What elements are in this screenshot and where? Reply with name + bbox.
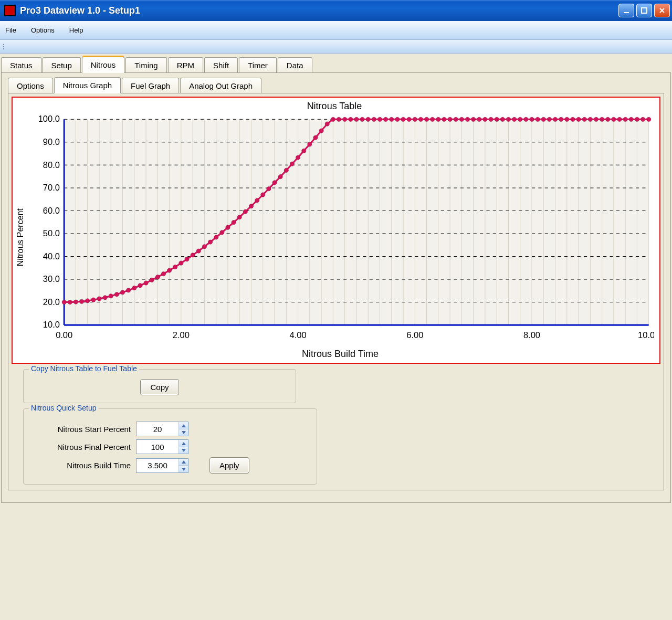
tab-timer[interactable]: Timer	[239, 57, 277, 73]
spinner-down-icon[interactable]	[179, 429, 188, 436]
svg-point-98	[155, 275, 160, 279]
main-tab-bar: Status Setup Nitrous Timing RPM Shift Ti…	[0, 54, 672, 73]
svg-point-101	[173, 265, 177, 269]
subtab-fuel-graph[interactable]: Fuel Graph	[122, 78, 179, 93]
copy-button[interactable]: Copy	[140, 379, 178, 395]
tab-setup[interactable]: Setup	[43, 57, 81, 73]
spinner-down-icon[interactable]	[179, 466, 188, 472]
svg-text:8.00: 8.00	[523, 330, 540, 340]
menu-options[interactable]: Options	[31, 26, 55, 34]
svg-point-165	[547, 117, 551, 121]
svg-point-133	[360, 117, 364, 121]
svg-point-158	[506, 117, 510, 121]
svg-point-146	[436, 117, 440, 121]
tab-rpm[interactable]: RPM	[168, 57, 203, 73]
svg-point-99	[161, 271, 165, 276]
build-time-label: Nitrous Build Time	[31, 461, 131, 470]
svg-text:10.0: 10.0	[43, 320, 60, 329]
copy-group-legend: Copy Nitrous Table to Fuel Table	[29, 364, 139, 373]
main-tab-panel: Options Nitrous Graph Fuel Graph Analog …	[1, 72, 671, 503]
subtab-options[interactable]: Options	[8, 78, 53, 93]
svg-point-87	[91, 298, 96, 302]
svg-point-137	[383, 117, 387, 121]
svg-point-136	[377, 117, 382, 121]
subtab-nitrous-graph[interactable]: Nitrous Graph	[54, 77, 121, 93]
svg-point-172	[588, 117, 592, 121]
menu-help[interactable]: Help	[69, 26, 83, 34]
toolbar-grip-icon	[3, 44, 4, 49]
svg-point-164	[541, 117, 545, 121]
final-percent-label: Nitrous Final Percent	[31, 443, 131, 451]
svg-point-154	[483, 117, 487, 121]
subtab-analog-out-graph[interactable]: Analog Out Graph	[180, 78, 261, 93]
chart-plot[interactable]: 100.090.080.070.060.050.040.030.020.010.…	[26, 114, 654, 346]
spinner-up-icon[interactable]	[179, 459, 188, 466]
svg-point-121	[290, 162, 294, 166]
svg-text:50.0: 50.0	[43, 228, 60, 238]
svg-text:60.0: 60.0	[43, 206, 60, 215]
svg-point-102	[179, 261, 183, 265]
svg-point-127	[325, 122, 329, 126]
svg-text:0.00: 0.00	[56, 330, 72, 340]
svg-point-93	[127, 288, 131, 292]
tab-timing[interactable]: Timing	[125, 57, 166, 73]
window-title: Pro3 Dataview 1.0 - Setup1	[20, 5, 618, 16]
app-icon	[4, 5, 16, 16]
final-percent-input[interactable]	[136, 440, 178, 454]
svg-point-103	[185, 257, 189, 261]
svg-text:4.00: 4.00	[290, 330, 307, 340]
svg-point-167	[559, 117, 563, 121]
tab-nitrous[interactable]: Nitrous	[82, 57, 125, 73]
menu-bar: File Options Help	[0, 21, 672, 40]
svg-point-149	[454, 117, 458, 121]
svg-point-141	[407, 117, 411, 121]
svg-point-176	[612, 117, 616, 121]
svg-point-162	[530, 117, 534, 121]
svg-point-108	[214, 235, 218, 239]
final-percent-spinner[interactable]	[136, 439, 188, 454]
svg-point-117	[267, 187, 271, 191]
svg-point-145	[430, 117, 435, 121]
tab-data[interactable]: Data	[278, 57, 312, 73]
svg-point-155	[489, 117, 493, 121]
spinner-down-icon[interactable]	[179, 447, 188, 454]
svg-point-96	[144, 281, 148, 285]
svg-point-138	[390, 117, 394, 121]
apply-button[interactable]: Apply	[209, 457, 249, 474]
window-controls	[618, 4, 670, 17]
svg-point-92	[120, 290, 124, 295]
svg-text:70.0: 70.0	[43, 183, 60, 192]
build-time-spinner[interactable]	[136, 458, 188, 473]
svg-point-84	[74, 300, 78, 304]
start-percent-input[interactable]	[136, 422, 178, 436]
svg-point-178	[623, 117, 627, 121]
start-percent-spinner[interactable]	[136, 422, 188, 436]
svg-point-106	[202, 245, 206, 249]
svg-point-175	[606, 117, 610, 121]
tab-status[interactable]: Status	[1, 57, 41, 73]
svg-point-120	[284, 168, 288, 172]
minimize-button[interactable]	[618, 4, 634, 17]
svg-point-110	[226, 225, 230, 229]
svg-point-163	[536, 117, 540, 121]
maximize-button[interactable]	[636, 4, 652, 17]
svg-point-114	[249, 204, 253, 208]
svg-point-129	[337, 117, 341, 121]
svg-point-86	[86, 299, 90, 303]
spinner-up-icon[interactable]	[179, 422, 188, 429]
svg-point-169	[571, 117, 575, 121]
tab-shift[interactable]: Shift	[204, 57, 238, 73]
svg-point-140	[401, 117, 405, 121]
svg-point-161	[524, 117, 528, 121]
svg-point-130	[343, 117, 347, 121]
svg-text:20.0: 20.0	[43, 297, 60, 307]
spinner-up-icon[interactable]	[179, 440, 188, 447]
menu-file[interactable]: File	[5, 26, 16, 34]
build-time-input[interactable]	[136, 459, 178, 472]
svg-point-171	[582, 117, 586, 121]
svg-text:30.0: 30.0	[43, 274, 60, 283]
sub-tab-bar: Options Nitrous Graph Fuel Graph Analog …	[5, 76, 667, 93]
svg-point-173	[594, 117, 598, 121]
close-button[interactable]	[654, 4, 670, 17]
svg-point-134	[366, 117, 370, 121]
